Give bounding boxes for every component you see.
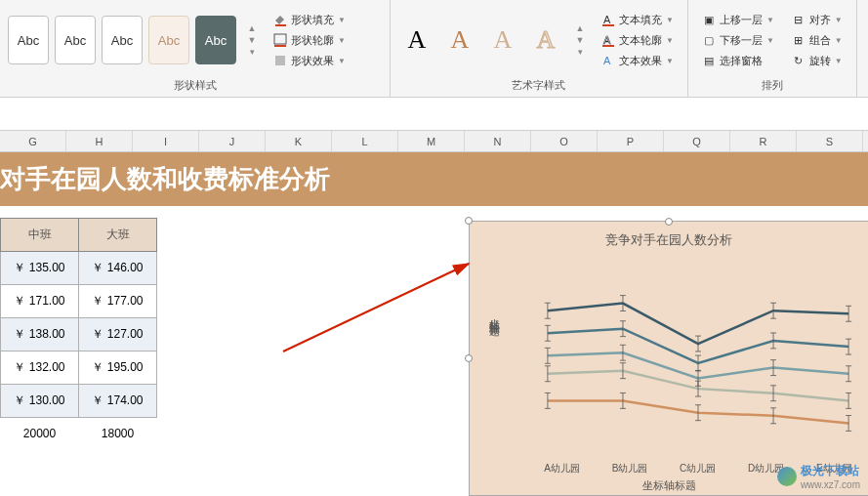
chart-object[interactable]: 竞争对手在园人数分析 坐标轴标题 A幼儿园B幼儿园C幼儿园D幼儿园E幼儿园 坐标… — [469, 221, 868, 496]
rotate-icon: ↻ — [792, 54, 806, 67]
table-header-mid[interactable]: 中班 — [1, 219, 79, 252]
text-fill-button[interactable]: A 文本填充▼ — [601, 13, 674, 27]
svg-rect-0 — [275, 24, 286, 26]
table-cell[interactable]: ￥ 195.00 — [79, 351, 157, 385]
column-header[interactable]: L — [332, 131, 398, 151]
ribbon-toolbar: Abc Abc Abc Abc Abc ▲▼▾ 形状填充▼ 形状轮廓▼ 形状效果… — [0, 0, 868, 98]
sheet-title-band: 对手在园人数和收费标准分析 — [0, 152, 868, 206]
selection-handle-tc[interactable] — [665, 218, 673, 226]
shape-effect-label: 形状效果 — [291, 54, 334, 68]
shape-styles-group-label: 形状样式 — [8, 76, 382, 95]
svg-rect-7 — [602, 45, 614, 47]
table-row[interactable]: ￥ 135.00￥ 146.00 — [1, 252, 157, 285]
shape-style-preset-1[interactable]: Abc — [8, 16, 49, 64]
column-header[interactable]: N — [465, 131, 531, 151]
wordart-preset-3[interactable]: A — [484, 21, 521, 60]
text-outline-button[interactable]: A 文本轮廓▼ — [601, 33, 674, 48]
wordart-preset-2[interactable]: A — [441, 21, 478, 60]
rotate-button[interactable]: ↻旋转▼ — [792, 54, 843, 68]
column-header[interactable]: J — [199, 131, 266, 151]
watermark-logo-icon — [777, 467, 797, 486]
column-header[interactable]: K — [266, 131, 332, 151]
table-cell[interactable]: ￥ 177.00 — [79, 285, 157, 318]
shape-effect-button[interactable]: 形状效果▼ — [273, 54, 346, 68]
table-cell[interactable]: ￥ 138.00 — [1, 318, 79, 351]
table-row[interactable]: ￥ 132.00￥ 195.00 — [1, 351, 157, 385]
selection-pane-icon: ▤ — [702, 54, 716, 67]
table-row[interactable]: ￥ 130.00￥ 174.00 — [1, 385, 157, 418]
shape-styles-group: Abc Abc Abc Abc Abc ▲▼▾ 形状填充▼ 形状轮廓▼ 形状效果… — [0, 0, 391, 97]
table-row[interactable]: ￥ 138.00￥ 127.00 — [1, 318, 157, 351]
shape-style-preset-5[interactable]: Abc — [195, 16, 236, 64]
chart-x-tick-label: B幼儿园 — [612, 462, 648, 475]
column-header[interactable]: P — [598, 131, 664, 151]
send-backward-button[interactable]: ▢下移一层▼ — [702, 33, 774, 48]
svg-text:A: A — [603, 55, 611, 66]
shape-fill-button[interactable]: 形状填充▼ — [273, 13, 346, 27]
wordart-preset-1[interactable]: A — [398, 21, 435, 60]
column-header[interactable]: Q — [664, 131, 730, 151]
shape-format-stack: 形状填充▼ 形状轮廓▼ 形状效果▼ — [268, 11, 351, 70]
line-chart-svg — [528, 270, 868, 456]
selection-pane-button[interactable]: ▤选择窗格 — [702, 54, 774, 68]
align-icon: ⊟ — [792, 13, 806, 26]
wordart-group-label: 艺术字样式 — [398, 76, 680, 95]
wordart-styles-group: A A A A ▲▼▾ A 文本填充▼ A 文本轮廓▼ A 文本效果▼ 艺术字 — [391, 0, 688, 97]
size-group: ⇕高度 ⇔宽度 — [857, 0, 868, 97]
watermark: 极光下载站 www.xz7.com — [777, 463, 860, 490]
column-header[interactable]: O — [531, 131, 598, 151]
column-header[interactable]: G — [0, 131, 66, 151]
text-format-stack: A 文本填充▼ A 文本轮廓▼ A 文本效果▼ — [596, 11, 680, 70]
table-row[interactable]: ￥ 171.00￥ 177.00 — [1, 285, 157, 318]
table-sum-cell[interactable]: 20000 — [1, 418, 79, 449]
selection-handle-tl[interactable] — [465, 217, 473, 225]
svg-rect-3 — [275, 56, 285, 65]
text-outline-icon: A — [601, 33, 615, 47]
shape-style-more-button[interactable]: ▲▼▾ — [242, 16, 262, 64]
shape-style-preset-2[interactable]: Abc — [55, 16, 96, 64]
table-cell[interactable]: ￥ 171.00 — [1, 285, 79, 318]
text-outline-label: 文本轮廓 — [619, 33, 662, 48]
arrange-group-label: 排列 — [696, 76, 848, 95]
arrange-group: ▣上移一层▼ ▢下移一层▼ ▤选择窗格 ⊟对齐▼ ⊞组合▼ ↻旋转▼ 排列 — [688, 0, 857, 97]
table-sum-cell[interactable]: 18000 — [79, 418, 157, 449]
table-sum-row[interactable]: 2000018000 — [1, 418, 157, 449]
table-cell[interactable]: ￥ 174.00 — [79, 385, 157, 418]
table-cell[interactable]: ￥ 135.00 — [1, 252, 79, 285]
column-header[interactable]: R — [730, 131, 797, 151]
group-icon: ⊞ — [792, 33, 806, 47]
bring-forward-button[interactable]: ▣上移一层▼ — [702, 13, 774, 27]
svg-rect-5 — [602, 24, 614, 26]
chart-title[interactable]: 竞争对手在园人数分析 — [470, 222, 868, 253]
table-cell[interactable]: ￥ 132.00 — [1, 351, 79, 385]
chart-y-axis-title[interactable]: 坐标轴标题 — [487, 310, 502, 319]
shape-style-preset-4[interactable]: Abc — [148, 16, 189, 64]
shape-outline-button[interactable]: 形状轮廓▼ — [273, 33, 346, 48]
sheet-title-text: 对手在园人数和收费标准分析 — [0, 162, 330, 196]
table-cell[interactable]: ￥ 146.00 — [79, 252, 157, 285]
wordart-preset-4[interactable]: A — [527, 21, 564, 60]
chart-plot-area[interactable] — [528, 270, 868, 456]
column-header[interactable]: S — [797, 131, 863, 151]
column-headers-row: GHIJKLMNOPQRS — [0, 131, 868, 152]
watermark-text: 极光下载站 — [801, 463, 860, 479]
bring-forward-icon: ▣ — [702, 13, 716, 26]
chart-x-axis-title[interactable]: 坐标轴标题 — [642, 478, 696, 493]
align-button[interactable]: ⊟对齐▼ — [792, 13, 843, 27]
wordart-more-button[interactable]: ▲▼▾ — [570, 16, 590, 64]
effect-icon — [273, 54, 287, 67]
table-cell[interactable]: ￥ 127.00 — [79, 318, 157, 351]
shape-style-preset-3[interactable]: Abc — [102, 16, 143, 64]
table-cell[interactable]: ￥ 130.00 — [1, 385, 79, 418]
column-header[interactable]: I — [133, 131, 199, 151]
text-effect-button[interactable]: A 文本效果▼ — [601, 54, 674, 68]
column-header[interactable]: M — [398, 131, 465, 151]
group-button[interactable]: ⊞组合▼ — [792, 33, 843, 48]
shape-fill-label: 形状填充 — [291, 13, 334, 27]
selection-handle-ml[interactable] — [465, 354, 473, 362]
paint-bucket-icon — [273, 13, 287, 26]
table-header-large[interactable]: 大班 — [79, 219, 157, 252]
column-header[interactable]: H — [66, 131, 133, 151]
text-fill-icon: A — [601, 13, 615, 26]
data-table: 中班 大班 ￥ 135.00￥ 146.00￥ 171.00￥ 177.00￥ … — [0, 218, 157, 449]
